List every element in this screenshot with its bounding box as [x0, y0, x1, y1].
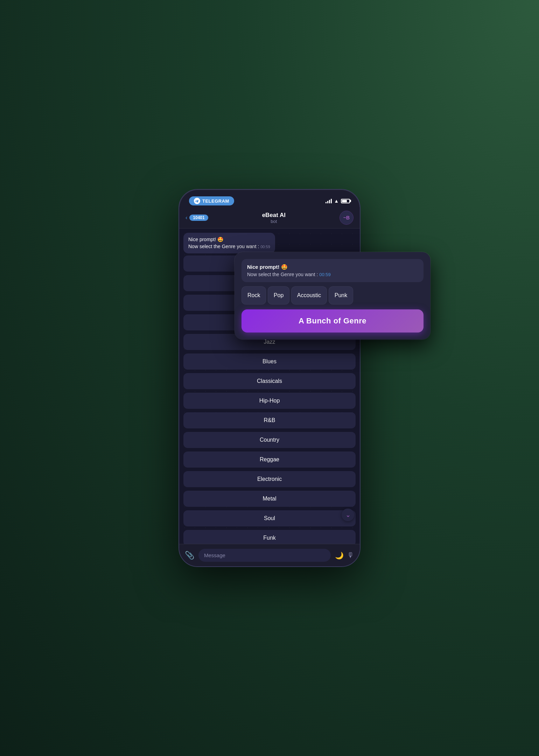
chat-title: eBeat AI bot — [212, 212, 335, 224]
signal-bar-4 — [331, 199, 332, 203]
attach-icon[interactable]: 📎 — [185, 551, 194, 560]
popup-genre-accoustic-button[interactable]: Accoustic — [291, 286, 327, 304]
phone: TELEGRAM ▲ ‹ 10401 — [178, 189, 360, 567]
emoji-icon[interactable]: 🌙 — [335, 551, 344, 560]
telegram-pill: TELEGRAM — [189, 196, 234, 205]
popup-message-title: Nice prompt! 🤩 — [247, 264, 418, 270]
back-badge[interactable]: 10401 — [189, 215, 208, 221]
bot-sub: bot — [212, 219, 335, 224]
status-icons: ▲ — [326, 198, 350, 204]
chevron-down-icon: ⌄ — [345, 511, 351, 519]
telegram-icon — [194, 198, 200, 204]
status-bar: TELEGRAM ▲ — [179, 190, 360, 207]
bot-avatar: ~B — [340, 211, 354, 225]
signal-bar-3 — [329, 200, 330, 203]
telegram-label: TELEGRAM — [202, 198, 229, 204]
popup-card: Nice prompt! 🤩 Now select the Genre you … — [234, 252, 430, 340]
popup-message-time: 00:59 — [319, 272, 331, 277]
phone-wrapper: TELEGRAM ▲ ‹ 10401 — [178, 189, 360, 567]
popup-cta-button[interactable]: A Bunch of Genre — [241, 309, 424, 332]
back-button[interactable]: ‹ 10401 — [186, 215, 208, 221]
battery-icon — [341, 199, 350, 203]
wifi-icon: ▲ — [334, 198, 339, 204]
message-input[interactable] — [198, 549, 331, 562]
popup-message-bubble: Nice prompt! 🤩 Now select the Genre you … — [241, 259, 424, 282]
genre-metal-button[interactable]: Metal — [183, 491, 356, 507]
popup-genre-pop-button[interactable]: Pop — [268, 286, 289, 304]
genre-classicals-button[interactable]: Classicals — [183, 373, 356, 389]
genre-soul-button[interactable]: Soul — [183, 510, 356, 526]
voice-icon[interactable]: 🎙 — [347, 551, 354, 559]
message-time: 00:59 — [260, 245, 270, 249]
genre-rnb-button[interactable]: R&B — [183, 412, 356, 428]
scroll-down-button[interactable]: ⌄ — [342, 509, 354, 521]
popup-message-body: Now select the Genre you want : 00:59 — [247, 272, 418, 277]
genre-electronic-button[interactable]: Electronic — [183, 471, 356, 487]
genre-hiphop-button[interactable]: Hip-Hop — [183, 393, 356, 409]
message-bubble: Nice prompt! 🤩 Now select the Genre you … — [183, 233, 275, 253]
bot-name: eBeat AI — [212, 212, 335, 219]
genre-reggae-button[interactable]: Reggae — [183, 451, 356, 468]
battery-fill — [342, 200, 347, 202]
signal-bars — [326, 198, 332, 203]
signal-bar-2 — [327, 201, 328, 203]
message-body: Now select the Genre you want : 00:59 — [188, 243, 270, 250]
popup-genre-punk-button[interactable]: Punk — [329, 286, 353, 304]
back-arrow-icon[interactable]: ‹ — [186, 215, 187, 221]
genre-blues-button[interactable]: Blues — [183, 354, 356, 370]
genre-country-button[interactable]: Country — [183, 432, 356, 448]
message-title: Nice prompt! 🤩 — [188, 236, 270, 243]
chat-header: ‹ 10401 eBeat AI bot ~B — [179, 207, 360, 229]
input-actions: 🌙 🎙 — [335, 551, 354, 560]
popup-genre-rock-button[interactable]: Rock — [241, 286, 266, 304]
input-bar: 📎 🌙 🎙 — [179, 544, 360, 566]
signal-bar-1 — [326, 202, 327, 203]
